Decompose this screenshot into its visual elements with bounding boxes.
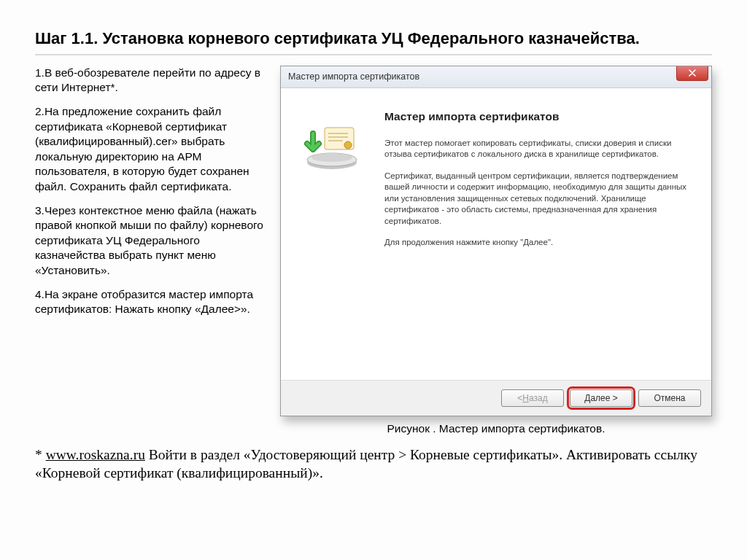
wizard-body-2: Сертификат, выданный центром сертификаци…	[384, 171, 695, 228]
close-icon	[689, 69, 696, 77]
wizard-body-3: Для продолжения нажмите кнопку "Далее".	[384, 237, 695, 249]
wizard-body-1: Этот мастер помогает копировать сертифик…	[384, 138, 695, 160]
svg-point-7	[344, 141, 352, 149]
close-button[interactable]	[676, 66, 708, 81]
step-3: 3.Через контекстное меню файла (нажать п…	[35, 203, 268, 279]
next-button[interactable]: Далее >	[570, 389, 632, 407]
window-titlebar: Мастер импорта сертификатов	[281, 66, 711, 88]
cancel-button[interactable]: Отмена	[638, 389, 701, 407]
wizard-certificate-icon	[297, 110, 370, 359]
wizard-button-row: < Назад Далее > Отмена	[281, 381, 711, 416]
figure-caption: Рисунок . Мастер импорта сертификатов.	[280, 422, 712, 435]
page-title: Шаг 1.1. Установка корневого сертификата…	[35, 28, 712, 55]
step-2: 2.На предложение сохранить файл сертифик…	[35, 104, 268, 195]
svg-point-2	[311, 153, 352, 162]
instruction-text: 1.В веб-обозревателе перейти по адресу в…	[35, 66, 268, 435]
step-1: 1.В веб-обозревателе перейти по адресу в…	[35, 66, 268, 96]
cert-import-wizard-window: Мастер импорта сертификатов	[280, 66, 712, 416]
footnote: * www.roskazna.ru Войти в раздел «Удосто…	[35, 446, 712, 483]
wizard-heading: Мастер импорта сертификатов	[384, 110, 695, 123]
figure: Мастер импорта сертификатов	[280, 66, 712, 435]
back-button[interactable]: < Назад	[501, 389, 564, 407]
window-title: Мастер импорта сертификатов	[288, 71, 419, 82]
footnote-link[interactable]: www.roskazna.ru	[46, 447, 145, 462]
step-4: 4.На экране отобразится мастер импорта с…	[35, 287, 268, 317]
